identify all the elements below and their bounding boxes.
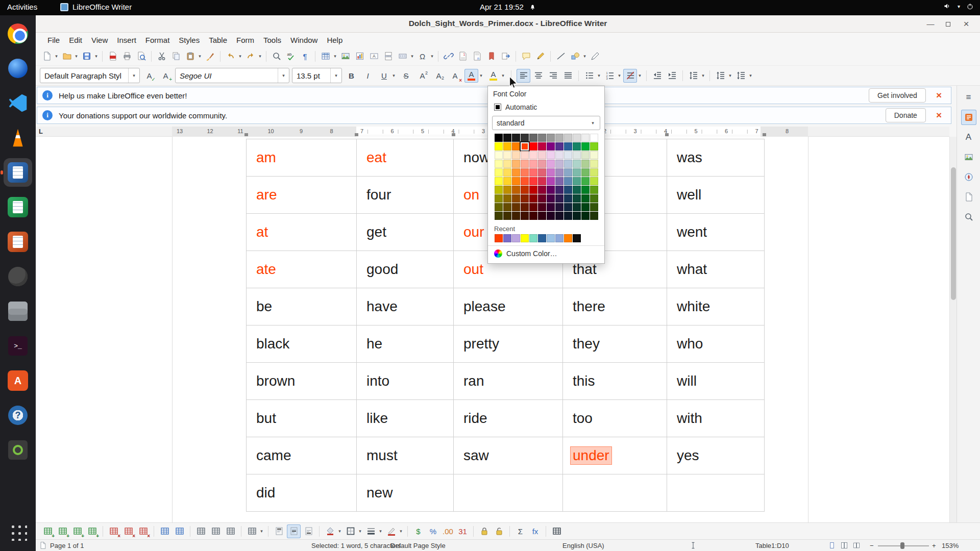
split-table-icon[interactable] xyxy=(224,524,237,538)
color-swatch[interactable] xyxy=(512,203,520,211)
close-button[interactable]: × xyxy=(960,18,973,30)
vlc-icon[interactable] xyxy=(4,123,32,152)
table-cell[interactable]: please xyxy=(454,288,563,325)
font-name-dropdown[interactable]: ▾ xyxy=(281,73,286,78)
table-cell[interactable]: white xyxy=(667,288,765,325)
sidebar-styles-icon[interactable]: A xyxy=(961,130,976,145)
color-swatch[interactable] xyxy=(538,168,546,177)
table-cell[interactable]: am xyxy=(247,139,357,177)
ordered-list-icon[interactable] xyxy=(603,69,617,83)
color-swatch[interactable] xyxy=(547,177,555,185)
redo-dropdown[interactable]: ▾ xyxy=(257,54,263,59)
ruler-column-marker[interactable] xyxy=(244,133,248,136)
table-cell[interactable]: too xyxy=(563,400,667,437)
color-swatch[interactable] xyxy=(495,177,503,185)
color-swatch[interactable] xyxy=(581,151,590,159)
color-swatch[interactable] xyxy=(573,168,581,177)
color-swatch[interactable] xyxy=(564,203,572,211)
insert-textbox-icon[interactable] xyxy=(367,49,381,63)
currency-format-icon[interactable]: $ xyxy=(411,524,425,538)
language[interactable]: English (USA) xyxy=(562,542,604,549)
draw-functions-icon[interactable] xyxy=(588,49,602,63)
color-swatch[interactable] xyxy=(512,177,520,185)
table-cell[interactable]: like xyxy=(357,400,454,437)
underline-dropdown[interactable]: ▾ xyxy=(391,73,397,78)
rows-below-icon[interactable]: + xyxy=(56,524,69,538)
color-swatch[interactable] xyxy=(555,194,564,203)
borders-icon[interactable] xyxy=(344,524,357,538)
insert-field-icon[interactable] xyxy=(396,49,409,63)
minimize-button[interactable]: — xyxy=(924,18,937,30)
table-cell[interactable]: who xyxy=(667,325,765,363)
table-cell[interactable] xyxy=(667,474,765,512)
color-swatch[interactable] xyxy=(495,160,503,168)
infobar-close-icon[interactable]: × xyxy=(932,110,946,121)
infobar-close-icon[interactable]: × xyxy=(932,90,946,101)
unordered-list-dropdown[interactable]: ▾ xyxy=(596,73,602,78)
basic-shapes-icon[interactable] xyxy=(568,49,582,63)
undo-dropdown[interactable]: ▾ xyxy=(237,54,243,59)
strikethrough-icon[interactable]: S xyxy=(399,69,413,83)
color-swatch[interactable] xyxy=(512,186,520,194)
color-swatch[interactable] xyxy=(521,151,529,159)
rows-above-icon[interactable]: + xyxy=(41,524,55,538)
optimize-size-dropdown[interactable]: ▾ xyxy=(259,529,264,534)
recent-color-swatch[interactable] xyxy=(538,234,546,242)
table-cell[interactable] xyxy=(563,474,667,512)
files-icon[interactable] xyxy=(4,297,32,325)
border-style-icon[interactable] xyxy=(364,524,378,538)
color-swatch[interactable] xyxy=(547,160,555,168)
sidebar-gallery-icon[interactable] xyxy=(961,149,976,165)
table-background-color-dropdown[interactable]: ▾ xyxy=(337,529,342,534)
color-swatch[interactable] xyxy=(521,134,529,142)
table-cell[interactable]: under xyxy=(563,437,667,474)
color-swatch[interactable] xyxy=(581,203,590,211)
focused-app-indicator[interactable]: LibreOffice Writer xyxy=(60,3,132,11)
new-style-icon[interactable]: A+ xyxy=(159,69,173,83)
recent-color-swatch[interactable] xyxy=(529,234,537,242)
formatting-marks-icon[interactable]: ¶ xyxy=(298,49,312,63)
formula-icon[interactable]: fx xyxy=(528,524,542,538)
color-swatch[interactable] xyxy=(538,177,546,185)
superscript-icon[interactable]: A2 xyxy=(415,69,429,83)
insert-table-dropdown[interactable]: ▾ xyxy=(332,54,338,59)
color-swatch[interactable] xyxy=(512,168,520,177)
table-cell[interactable]: have xyxy=(357,288,454,325)
terminal-icon[interactable]: >_ xyxy=(4,332,32,360)
table-cell[interactable]: did xyxy=(247,474,357,512)
insert-chart-icon[interactable] xyxy=(353,49,366,63)
table-cell[interactable]: ride xyxy=(454,400,563,437)
font-size-combo[interactable]: 13.5 pt ▾ xyxy=(292,68,342,83)
insert-image-icon[interactable] xyxy=(338,49,352,63)
track-changes-icon[interactable] xyxy=(533,49,547,63)
zoom-level[interactable]: 153% xyxy=(942,542,959,549)
color-swatch[interactable] xyxy=(521,168,529,177)
decimal-format-icon[interactable]: .00 xyxy=(441,524,455,538)
decrease-paragraph-spacing-icon[interactable] xyxy=(734,69,748,83)
color-swatch[interactable] xyxy=(512,212,520,220)
color-swatch[interactable] xyxy=(555,134,564,142)
page-break-icon[interactable] xyxy=(381,49,395,63)
sidebar-navigator-icon[interactable] xyxy=(961,169,976,185)
color-swatch[interactable] xyxy=(573,212,581,220)
color-swatch[interactable] xyxy=(529,160,537,168)
menu-edit[interactable]: Edit xyxy=(64,34,87,46)
color-swatch[interactable] xyxy=(495,212,503,220)
no-list-dropdown[interactable]: ▾ xyxy=(637,73,643,78)
insert-line-icon[interactable] xyxy=(554,49,568,63)
increase-paragraph-spacing-dropdown[interactable]: ▾ xyxy=(727,73,733,78)
color-swatch[interactable] xyxy=(512,134,520,142)
table-cell[interactable]: yes xyxy=(667,437,765,474)
sidebar-page-icon[interactable] xyxy=(961,189,976,205)
table-cell[interactable]: there xyxy=(563,288,667,325)
color-swatch[interactable] xyxy=(512,142,520,151)
new-dropdown[interactable]: ▾ xyxy=(54,54,59,59)
recent-color-swatch[interactable] xyxy=(495,234,503,242)
page-style[interactable]: Default Page Style xyxy=(390,542,446,549)
color-swatch[interactable] xyxy=(573,151,581,159)
color-swatch[interactable] xyxy=(503,194,511,203)
table-cell[interactable]: went xyxy=(667,214,765,251)
align-top-icon[interactable] xyxy=(272,524,286,538)
merge-cells-icon[interactable] xyxy=(194,524,208,538)
ordered-list-dropdown[interactable]: ▾ xyxy=(617,73,622,78)
